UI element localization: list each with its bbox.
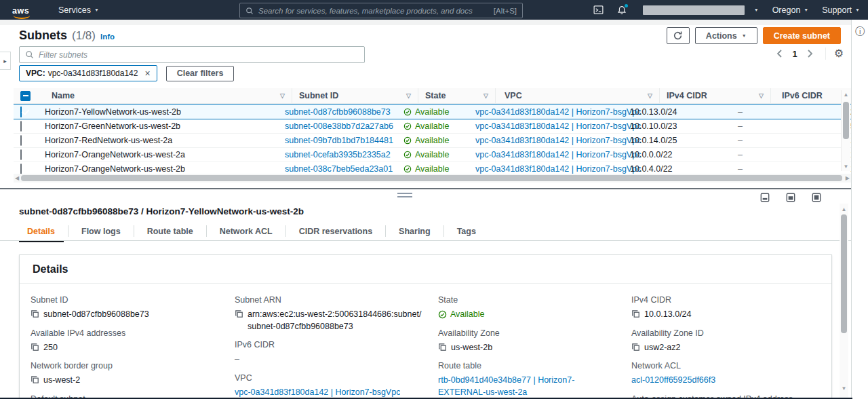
vpc-link[interactable]: vpc-0a341d83f180da142 | Horizon7-bsgVpc bbox=[475, 121, 641, 131]
scrollbar-thumb[interactable] bbox=[841, 214, 847, 333]
copy-icon[interactable] bbox=[31, 343, 39, 352]
row-checkbox[interactable] bbox=[20, 164, 22, 174]
row-checkbox[interactable] bbox=[20, 149, 22, 160]
sort-icon[interactable]: ▽ bbox=[280, 92, 285, 99]
table-row[interactable]: Horizon7-GreenNetwork-us-west-2b subnet-… bbox=[14, 119, 851, 134]
column-header: Subnet ID bbox=[299, 91, 338, 100]
global-search-input[interactable]: Search for services, features, marketpla… bbox=[239, 3, 523, 18]
scroll-down-icon[interactable]: ▼ bbox=[842, 164, 850, 170]
scroll-down-icon[interactable]: ▼ bbox=[840, 385, 848, 392]
chevron-down-icon[interactable]: ▼ bbox=[754, 7, 759, 12]
subnet-id-link[interactable]: subnet-09b7db1bd7b184481 bbox=[285, 136, 393, 145]
copy-icon[interactable] bbox=[235, 309, 243, 318]
support-menu[interactable]: Support ▼ bbox=[822, 5, 860, 15]
tab-network-acl[interactable]: Network ACL bbox=[207, 221, 285, 241]
vpc-link[interactable]: vpc-0a341d83f180da142 | Horizon7-bsgVpc bbox=[235, 387, 400, 398]
row-checkbox[interactable] bbox=[20, 121, 22, 132]
select-all-checkbox[interactable] bbox=[20, 91, 31, 101]
subnet-id-link[interactable]: subnet-0cefab3935b2335a2 bbox=[285, 150, 391, 159]
clear-filters-button[interactable]: Clear filters bbox=[166, 66, 235, 81]
remove-filter-icon[interactable]: × bbox=[144, 69, 150, 78]
subnet-id-link[interactable]: subnet-0d87cfbb96088be73 bbox=[285, 107, 391, 117]
page-header: Subnets (1/8) Info bbox=[19, 28, 115, 43]
tab-flow-logs[interactable]: Flow logs bbox=[68, 221, 134, 241]
column-header: State bbox=[425, 91, 446, 100]
copy-icon[interactable] bbox=[631, 309, 640, 318]
copy-icon[interactable] bbox=[31, 309, 39, 318]
network-acl-link[interactable]: acl-0120ff65925df66f3 bbox=[631, 375, 715, 387]
create-subnet-button[interactable]: Create subnet bbox=[763, 27, 841, 44]
panel-vertical-scrollbar[interactable]: ▲ ▼ bbox=[840, 204, 848, 398]
notifications-bell-icon[interactable] bbox=[617, 5, 627, 15]
tab-cidr-reservations[interactable]: CIDR reservations bbox=[286, 221, 385, 241]
create-subnet-label: Create subnet bbox=[774, 31, 830, 41]
row-checkbox[interactable] bbox=[20, 135, 22, 146]
current-page-number[interactable]: 1 bbox=[787, 49, 802, 59]
panel-position-side-icon[interactable] bbox=[786, 193, 795, 202]
filter-subnets-input[interactable]: Filter subnets bbox=[19, 46, 365, 63]
scroll-left-icon[interactable]: ◀ bbox=[15, 175, 19, 181]
tab-details[interactable]: Details bbox=[19, 221, 68, 241]
copy-icon[interactable] bbox=[438, 343, 447, 352]
chevron-down-icon: ▼ bbox=[804, 7, 808, 12]
region-menu[interactable]: Oregon ▼ bbox=[772, 5, 809, 15]
subnet-id-link[interactable]: subnet-038c7beb5eda23a01 bbox=[285, 164, 393, 174]
scroll-up-icon[interactable]: ▲ bbox=[840, 206, 848, 212]
vpc-link[interactable]: vpc-0a341d83f180da142 | Horizon7-bsgVpc bbox=[475, 150, 641, 159]
vpc-link[interactable]: vpc-0a341d83f180da142 | Horizon7-bsgVpc bbox=[475, 164, 641, 174]
services-menu[interactable]: Services ▼ bbox=[58, 5, 99, 15]
field-value: usw2-az2 bbox=[644, 342, 681, 354]
copy-icon[interactable] bbox=[631, 343, 640, 352]
sort-icon[interactable]: ▽ bbox=[648, 92, 652, 99]
previous-page-icon[interactable] bbox=[772, 50, 787, 58]
search-shortcut-hint: [Alt+S] bbox=[494, 7, 517, 15]
row-checkbox[interactable] bbox=[20, 107, 22, 117]
scroll-up-icon[interactable]: ▲ bbox=[842, 92, 850, 98]
split-panel-drag-handle[interactable] bbox=[397, 193, 412, 200]
account-menu-redacted[interactable] bbox=[643, 5, 745, 15]
aws-logo[interactable]: aws bbox=[12, 4, 33, 16]
tab-route-table[interactable]: Route table bbox=[134, 221, 206, 241]
tab-tags[interactable]: Tags bbox=[444, 221, 489, 241]
details-column-3: State Available Availability Zone us-wes… bbox=[438, 295, 631, 398]
table-settings-gear-icon[interactable]: ⚙ bbox=[834, 48, 844, 59]
field-label: Network border group bbox=[31, 361, 218, 370]
sort-icon[interactable]: ▽ bbox=[484, 92, 488, 99]
info-panel-toggle-icon[interactable]: ⓘ bbox=[855, 26, 865, 399]
vpc-link[interactable]: vpc-0a341d83f180da142 | Horizon7-bsgVpc bbox=[475, 107, 641, 117]
field-availability-zone-id: Availability Zone ID usw2-az2 bbox=[631, 328, 821, 354]
sidebar-expand-toggle[interactable]: ▸ bbox=[0, 52, 11, 70]
actions-button[interactable]: Actions ▼ bbox=[695, 27, 757, 44]
scroll-right-icon[interactable]: ▶ bbox=[846, 175, 850, 181]
sort-icon[interactable]: ▽ bbox=[759, 92, 764, 99]
subnet-id-link[interactable]: subnet-008e38bb7d2a27ab6 bbox=[285, 121, 393, 131]
scrollbar-thumb[interactable] bbox=[21, 175, 842, 181]
table-horizontal-scrollbar[interactable]: ◀ ▶ bbox=[14, 174, 851, 183]
vpc-filter-chip[interactable]: VPC: vpc-0a341d83f180da142 × bbox=[19, 65, 157, 81]
next-page-icon[interactable] bbox=[803, 50, 817, 58]
sort-icon[interactable]: ▽ bbox=[406, 92, 411, 99]
status-ok-icon bbox=[403, 122, 412, 130]
details-card: Details Subnet ID subnet-0d87cfbb96088be… bbox=[19, 254, 832, 398]
table-row[interactable]: Horizon7-YellowNetwork-us-west-2b subnet… bbox=[14, 104, 851, 119]
table-row[interactable]: Horizon7-RedNetwork-us-west-2a subnet-09… bbox=[14, 134, 851, 148]
help-panel-strip: ⓘ bbox=[851, 20, 868, 399]
cloudshell-icon[interactable] bbox=[593, 5, 604, 15]
table-row[interactable]: Horizon7-OrangeNetwork-us-west-2a subnet… bbox=[14, 148, 851, 162]
vpc-link[interactable]: vpc-0a341d83f180da142 | Horizon7-bsgVpc bbox=[475, 136, 641, 145]
panel-position-bottom-icon[interactable] bbox=[760, 193, 770, 202]
copy-icon[interactable] bbox=[31, 375, 39, 384]
subnet-details-panel: subnet-0d87cfbb96088be73 / Horizon7-Yell… bbox=[0, 189, 852, 398]
route-table-link[interactable]: rtb-0bd941d40e34b8e77 | Horizon7-EXTERNA… bbox=[438, 375, 615, 398]
panel-maximize-icon[interactable] bbox=[812, 193, 821, 202]
table-vertical-scrollbar[interactable]: ▲ ▼ bbox=[841, 90, 850, 171]
field-label: State bbox=[438, 295, 615, 305]
field-label: Availability Zone ID bbox=[631, 328, 804, 338]
scrollbar-thumb[interactable] bbox=[843, 102, 849, 139]
split-panel-divider[interactable] bbox=[0, 188, 852, 189]
refresh-button[interactable] bbox=[667, 27, 690, 44]
tab-sharing[interactable]: Sharing bbox=[386, 221, 443, 241]
ipv6-cidr: – bbox=[727, 107, 839, 117]
info-link[interactable]: Info bbox=[100, 33, 115, 41]
filter-chip-label: VPC: bbox=[26, 69, 45, 78]
